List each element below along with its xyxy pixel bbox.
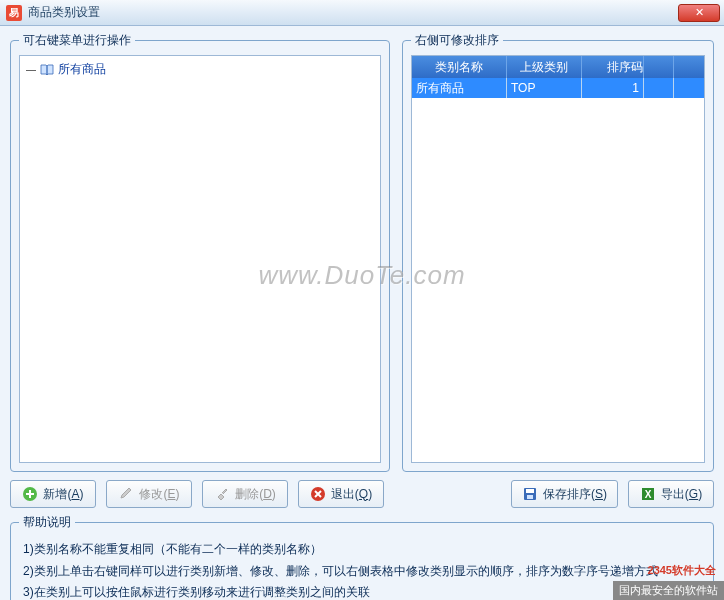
save-label: 保存排序(S) xyxy=(543,486,607,503)
export-label: 导出(G) xyxy=(661,486,702,503)
window-title: 商品类别设置 xyxy=(28,4,678,21)
save-order-button[interactable]: 保存排序(S) xyxy=(511,480,618,508)
cell-extra[interactable] xyxy=(644,78,674,98)
client-area: 可右键菜单进行操作 — 所有商品 右侧可修改排序 类别名称 上级类别 排序码 xyxy=(0,26,724,600)
right-panel-legend: 右侧可修改排序 xyxy=(411,32,503,49)
excel-icon: X xyxy=(640,486,656,502)
help-line: 2)类别上单击右键同样可以进行类别新增、修改、删除，可以右侧表格中修改类别显示的… xyxy=(23,561,701,583)
corner-logo: 2345软件大全 xyxy=(648,563,716,578)
grid-header-order[interactable]: 排序码 xyxy=(582,56,644,78)
cell-parent[interactable]: TOP xyxy=(507,78,582,98)
edit-label: 修改(E) xyxy=(139,486,179,503)
help-line: 1)类别名称不能重复相同（不能有二个一样的类别名称） xyxy=(23,539,701,561)
cell-name[interactable]: 所有商品 xyxy=(412,78,507,98)
plus-icon xyxy=(22,486,38,502)
brush-icon xyxy=(214,486,230,502)
right-panel: 右侧可修改排序 类别名称 上级类别 排序码 所有商品 TOP 1 xyxy=(402,32,714,472)
tree-root-item[interactable]: — 所有商品 xyxy=(24,60,376,79)
close-button[interactable]: ✕ xyxy=(678,4,720,22)
app-icon: 易 xyxy=(6,5,22,21)
category-grid[interactable]: 类别名称 上级类别 排序码 所有商品 TOP 1 xyxy=(411,55,705,463)
tree-root-label: 所有商品 xyxy=(58,61,106,78)
cell-order[interactable]: 1 xyxy=(582,78,644,98)
grid-header-parent[interactable]: 上级类别 xyxy=(507,56,582,78)
svg-text:X: X xyxy=(644,489,651,500)
grid-header-name[interactable]: 类别名称 xyxy=(412,56,507,78)
delete-button[interactable]: 删除(D) xyxy=(202,480,288,508)
left-panel-legend: 可右键菜单进行操作 xyxy=(19,32,135,49)
category-tree[interactable]: — 所有商品 xyxy=(19,55,381,463)
add-label: 新增(A) xyxy=(43,486,83,503)
book-icon xyxy=(40,64,54,76)
help-legend: 帮助说明 xyxy=(19,514,75,531)
quit-label: 退出(Q) xyxy=(331,486,372,503)
help-line: 3)在类别上可以按住鼠标进行类别移动来进行调整类别之间的关联 xyxy=(23,582,701,600)
titlebar: 易 商品类别设置 ✕ xyxy=(0,0,724,26)
help-panel: 帮助说明 1)类别名称不能重复相同（不能有二个一样的类别名称） 2)类别上单击右… xyxy=(10,514,714,600)
toolbar: 新增(A) 修改(E) 删除(D) 退出(Q) 保存排序(S) xyxy=(10,480,714,508)
export-button[interactable]: X 导出(G) xyxy=(628,480,714,508)
left-panel: 可右键菜单进行操作 — 所有商品 xyxy=(10,32,390,472)
edit-button[interactable]: 修改(E) xyxy=(106,480,192,508)
close-icon xyxy=(310,486,326,502)
save-icon xyxy=(522,486,538,502)
add-button[interactable]: 新增(A) xyxy=(10,480,96,508)
svg-rect-4 xyxy=(527,495,533,499)
grid-header: 类别名称 上级类别 排序码 xyxy=(412,56,704,78)
quit-button[interactable]: 退出(Q) xyxy=(298,480,384,508)
table-row[interactable]: 所有商品 TOP 1 xyxy=(412,78,704,98)
footer-mark: 国内最安全的软件站 xyxy=(613,581,724,600)
tree-expand-icon[interactable]: — xyxy=(26,64,36,75)
grid-header-extra[interactable] xyxy=(644,56,674,78)
pencil-icon xyxy=(118,486,134,502)
svg-rect-3 xyxy=(526,489,534,493)
delete-label: 删除(D) xyxy=(235,486,276,503)
